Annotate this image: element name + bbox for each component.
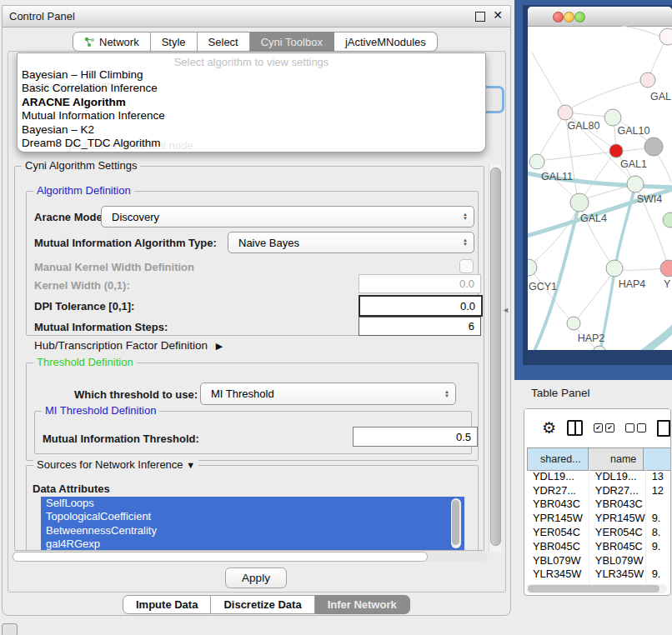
table-horizontal-scrollbar[interactable] bbox=[526, 584, 667, 593]
network-node[interactable] bbox=[640, 72, 655, 88]
table-cell[interactable] bbox=[646, 498, 671, 512]
mi-algorithm-type-combobox[interactable]: Naive Bayes ▲▼ bbox=[228, 232, 474, 253]
network-node[interactable] bbox=[570, 193, 589, 212]
column-header-clipped[interactable] bbox=[644, 448, 671, 470]
table-row[interactable]: YBR043CYBR043C bbox=[527, 498, 671, 512]
table-cell[interactable]: 9. bbox=[646, 511, 671, 525]
file-icon[interactable] bbox=[657, 420, 670, 437]
table-cell[interactable]: YPR145W bbox=[527, 511, 589, 525]
column-header-name[interactable]: name bbox=[589, 448, 644, 470]
tab-cyni-toolbox[interactable]: Cyni Toolbox bbox=[250, 32, 334, 52]
network-edge[interactable] bbox=[539, 152, 614, 161]
tab-network[interactable]: Network bbox=[73, 32, 151, 52]
which-threshold-combobox[interactable]: MI Threshold ▲▼ bbox=[200, 382, 456, 405]
network-node[interactable] bbox=[644, 138, 663, 156]
table-cell[interactable]: YLR345W bbox=[589, 568, 646, 582]
table-row[interactable]: YDR27...YDR27...12 bbox=[527, 483, 671, 498]
network-edge[interactable] bbox=[566, 80, 648, 111]
table-cell[interactable]: 8. bbox=[646, 525, 671, 539]
settings-vertical-scrollbar[interactable] bbox=[489, 164, 501, 552]
attributes-scrollbar[interactable] bbox=[451, 498, 461, 548]
close-traffic-light-icon[interactable] bbox=[553, 12, 564, 22]
split-columns-icon[interactable] bbox=[567, 420, 583, 436]
apply-button[interactable]: Apply bbox=[225, 568, 287, 588]
table-cell[interactable]: YER054C bbox=[589, 525, 646, 539]
tab-style[interactable]: Style bbox=[151, 32, 198, 52]
table-cell[interactable]: YBR043C bbox=[589, 498, 646, 512]
tab-infer-network[interactable]: Infer Network bbox=[315, 595, 410, 614]
table-row[interactable]: YPR145WYPR145W9. bbox=[527, 511, 671, 525]
network-edge[interactable] bbox=[616, 268, 666, 270]
network-edge[interactable] bbox=[614, 328, 672, 350]
scrollbar-thumb[interactable] bbox=[528, 585, 659, 592]
table-cell[interactable]: YER054C bbox=[527, 525, 589, 539]
table-cell[interactable]: YBR045C bbox=[527, 539, 589, 553]
table-row[interactable]: YER054CYER054C8. bbox=[527, 525, 671, 539]
column-header-shared[interactable]: shared... bbox=[528, 448, 589, 470]
network-node[interactable] bbox=[659, 28, 672, 45]
dpi-tolerance-field[interactable]: 0.0 bbox=[359, 295, 483, 317]
network-node[interactable] bbox=[528, 259, 537, 276]
tab-select[interactable]: Select bbox=[198, 32, 250, 52]
table-cell[interactable] bbox=[646, 553, 671, 568]
data-attributes-list[interactable]: SelfLoopsTopologicalCoefficientBetweenne… bbox=[41, 497, 464, 550]
table-row[interactable]: YBL079WYBL079W bbox=[527, 553, 671, 568]
network-view-window[interactable]: GALGAL80GAL10GAL1GAL11SWI4GAL4GCY1HAP4YH… bbox=[528, 7, 672, 350]
table-row[interactable]: YDL19...YDL19...13 bbox=[527, 469, 671, 483]
table-cell[interactable]: YLR345W bbox=[527, 568, 589, 582]
tab-impute-data[interactable]: Impute Data bbox=[123, 595, 211, 614]
table-cell[interactable]: 9. bbox=[646, 568, 671, 582]
attribute-item[interactable]: SelfLoops bbox=[41, 497, 464, 510]
network-canvas[interactable]: GALGAL80GAL10GAL1GAL11SWI4GAL4GCY1HAP4YH… bbox=[528, 26, 672, 350]
settings-horizontal-scrollbar[interactable] bbox=[10, 551, 488, 562]
network-node[interactable] bbox=[558, 105, 573, 120]
table-cell[interactable]: 12 bbox=[646, 483, 671, 498]
table-row[interactable]: YBR045CYBR045C9. bbox=[527, 539, 671, 553]
hub-definition-toggle[interactable]: Hub/Transcription Factor Definition ▶ bbox=[34, 339, 223, 352]
network-graph[interactable]: GALGAL80GAL10GAL1GAL11SWI4GAL4GCY1HAP4YH… bbox=[528, 26, 672, 350]
minimize-traffic-light-icon[interactable] bbox=[564, 12, 574, 22]
network-node[interactable] bbox=[627, 176, 644, 192]
tab-jactivemnodules[interactable]: jActiveMNodules bbox=[334, 32, 438, 52]
network-node[interactable] bbox=[663, 212, 672, 228]
network-edge[interactable] bbox=[531, 269, 571, 321]
table-cell[interactable]: YBL079W bbox=[589, 553, 646, 568]
network-node[interactable] bbox=[606, 260, 623, 277]
network-node[interactable] bbox=[660, 260, 672, 277]
kernel-width-field[interactable]: 0.0 bbox=[359, 274, 481, 293]
network-node[interactable] bbox=[529, 154, 544, 169]
network-edge[interactable] bbox=[537, 113, 565, 160]
network-node[interactable] bbox=[609, 144, 623, 158]
tab-discretize-data[interactable]: Discretize Data bbox=[211, 595, 314, 614]
network-window-titlebar[interactable] bbox=[528, 7, 672, 27]
table-cell[interactable]: 13 bbox=[646, 469, 671, 483]
float-window-icon[interactable] bbox=[475, 12, 485, 22]
table-body[interactable]: YDL19...YDL19...13YDR27...YDR27...12YBR0… bbox=[527, 469, 671, 586]
table-header[interactable]: shared... name bbox=[527, 448, 671, 471]
collapsed-panel-icon[interactable] bbox=[2, 623, 18, 635]
attribute-item[interactable]: BetweennessCentrality bbox=[41, 524, 464, 538]
scrollbar-thumb[interactable] bbox=[13, 552, 428, 562]
close-icon[interactable]: ✕ bbox=[493, 8, 503, 22]
gear-icon[interactable]: ⚙ bbox=[542, 420, 556, 436]
algorithm-option[interactable]: Mutual Information Inference bbox=[18, 109, 485, 122]
network-node[interactable] bbox=[593, 346, 606, 350]
sources-group-title[interactable]: Sources for Network Inference ▼ bbox=[33, 460, 198, 471]
network-node[interactable] bbox=[567, 317, 580, 330]
table-row[interactable]: YLR345WYLR345W9. bbox=[527, 568, 671, 582]
manual-kernel-checkbox[interactable] bbox=[459, 259, 474, 273]
select-all-columns-icon[interactable]: ✔✔ bbox=[594, 423, 614, 432]
attribute-item[interactable]: TopologicalCoefficient bbox=[41, 510, 464, 523]
table-cell[interactable]: YDL19... bbox=[527, 469, 589, 483]
network-edge[interactable] bbox=[581, 152, 614, 200]
algorithm-option[interactable]: ARACNE Algorithm bbox=[18, 96, 485, 109]
mi-steps-field[interactable]: 6 bbox=[359, 317, 481, 336]
algorithm-option[interactable]: Bayesian – K2 bbox=[18, 123, 485, 137]
aracne-mode-combobox[interactable]: Discovery ▲▼ bbox=[101, 206, 474, 228]
table-cell[interactable]: YDL19... bbox=[589, 469, 646, 483]
table-cell[interactable]: YBR043C bbox=[527, 498, 589, 512]
table-cell[interactable]: YPR145W bbox=[589, 511, 646, 525]
mi-threshold-field[interactable]: 0.5 bbox=[353, 427, 478, 447]
scrollbar-thumb[interactable] bbox=[452, 500, 459, 545]
algorithm-dropdown[interactable]: Select algorithm to view settings Bayesi… bbox=[17, 52, 486, 152]
